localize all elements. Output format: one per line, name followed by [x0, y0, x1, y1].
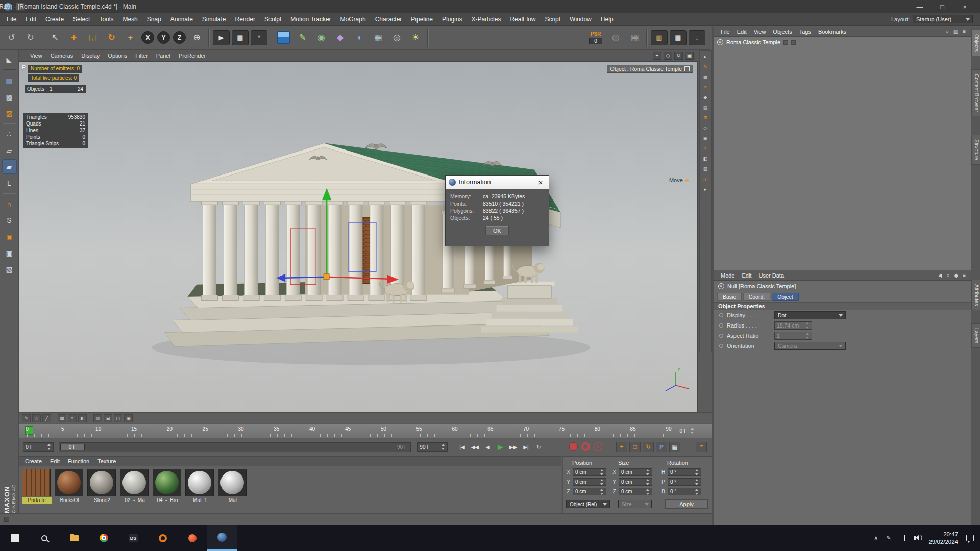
menu-simulate[interactable]: Simulate — [198, 16, 231, 23]
rotation-h-field[interactable]: 0 ° — [668, 468, 701, 476]
menu-edit[interactable]: Edit — [21, 16, 41, 23]
palette-icon[interactable]: ◧ — [701, 154, 710, 163]
tab-basic[interactable]: Basic — [717, 293, 742, 301]
stepper-icon[interactable] — [805, 322, 810, 329]
palette-icon[interactable]: ▣ — [701, 134, 710, 143]
cinema4d-taskbar-button[interactable] — [207, 525, 237, 551]
find-icon[interactable]: ○ — [946, 272, 949, 278]
menu-mograph[interactable]: MoGraph — [336, 16, 371, 23]
menu-help[interactable]: Help — [596, 16, 618, 23]
materials-menu-create[interactable]: Create — [21, 458, 46, 464]
display-mode-select[interactable]: Dot — [774, 311, 846, 319]
stepper-icon[interactable] — [646, 489, 650, 495]
am-menu-mode[interactable]: Mode — [717, 272, 739, 279]
stepper-icon[interactable] — [47, 444, 51, 450]
om-menu-objects[interactable]: Objects — [769, 29, 795, 35]
environment-button[interactable]: ◎ — [387, 27, 406, 48]
menu-animate[interactable]: Animate — [166, 16, 198, 23]
rotate-view-icon[interactable]: ↻ — [674, 52, 683, 60]
toggle-panel-icon[interactable]: ▣ — [685, 52, 694, 60]
record-keyframe-button[interactable] — [569, 442, 578, 451]
menu-realflow[interactable]: RealFlow — [505, 16, 540, 23]
paint-button[interactable]: ◉ — [2, 229, 17, 244]
goto-prev-key-button[interactable]: ◀◀ — [469, 441, 481, 453]
maximize-button[interactable]: □ — [931, 3, 953, 11]
viewport-menu-options[interactable]: Options — [104, 53, 131, 59]
side-tab-layers[interactable]: Layers — [971, 323, 980, 348]
file-explorer-button[interactable] — [59, 525, 89, 551]
live-selection-button[interactable]: ↖ — [45, 27, 64, 48]
last-tool-button[interactable]: + — [121, 27, 140, 48]
viewport-menu-view[interactable]: View — [26, 53, 46, 59]
material-item[interactable]: 04_-_Bro — [153, 469, 182, 504]
menu-file[interactable]: File — [2, 16, 21, 23]
content-browser-button[interactable]: ▥ — [651, 30, 668, 45]
rotate-tool-button[interactable]: ↻ — [102, 27, 121, 48]
mograph-button[interactable]: ◆ — [331, 27, 350, 48]
stepper-icon[interactable] — [646, 479, 650, 485]
apply-button[interactable]: Apply — [665, 499, 708, 509]
stepper-icon[interactable] — [695, 469, 699, 475]
timeline-tool-icon[interactable]: ◫ — [114, 414, 122, 422]
dialog-ok-button[interactable]: OK — [485, 226, 509, 235]
menu-sculpt[interactable]: Sculpt — [260, 16, 286, 23]
material-label[interactable]: 04_-_Bro — [153, 497, 182, 504]
coordinate-system-button[interactable]: ⊕ — [187, 27, 206, 48]
redo-button[interactable]: ↻ — [21, 27, 40, 48]
menu-select[interactable]: Select — [68, 16, 94, 23]
material-label[interactable]: Mat_1 — [185, 497, 215, 504]
array-button[interactable]: ▦ — [369, 27, 387, 48]
position-z-field[interactable]: 0 cm — [573, 488, 606, 495]
viewport-menu-cameras[interactable]: Cameras — [46, 53, 78, 59]
goto-next-key-button[interactable]: ▶▶ — [507, 441, 520, 453]
materials-menu-texture[interactable]: Texture — [93, 458, 120, 464]
texture-mode-button[interactable]: ▩ — [2, 89, 17, 104]
palette-icon[interactable]: ≡ — [701, 83, 710, 92]
om-menu-file[interactable]: File — [717, 29, 733, 35]
panel-menu-icon[interactable]: ≡ — [963, 272, 966, 278]
record-pla-button[interactable]: ▦ — [669, 442, 680, 452]
power-slider[interactable]: 0 F 90 F — [59, 442, 411, 452]
palette-icon[interactable]: ▥ — [701, 164, 710, 173]
coordinate-mode-select[interactable]: Object (Rel) — [566, 500, 610, 508]
palette-icon[interactable]: ▸ — [701, 185, 710, 194]
light-button[interactable]: ☀ — [406, 27, 425, 48]
layout-select[interactable]: Startup (User) — [913, 15, 973, 23]
radius-field[interactable]: 18.74 cm — [774, 321, 812, 330]
polygons-mode-button[interactable]: ▰ — [2, 159, 17, 174]
viewport-menu-panel[interactable]: Panel — [152, 53, 175, 59]
psr-value-field[interactable]: 0 — [589, 38, 602, 44]
goto-start-button[interactable]: |◀ — [456, 441, 469, 453]
deformer-button[interactable]: ◖ — [350, 27, 369, 48]
points-mode-button[interactable]: ∴ — [2, 127, 17, 141]
tray-pen-icon[interactable]: ✎ — [886, 535, 891, 541]
palette-icon[interactable]: ◇ — [701, 123, 710, 133]
render-settings-button[interactable]: * — [251, 30, 267, 45]
am-menu-edit[interactable]: Edit — [739, 272, 755, 279]
material-item[interactable]: Stone2 — [87, 469, 117, 504]
object-tag-icon[interactable] — [791, 40, 796, 45]
undo-button[interactable]: ↺ — [2, 27, 21, 48]
menu-motion-tracker[interactable]: Motion Tracker — [286, 16, 335, 23]
frame-slider-handle[interactable]: 0 F — [60, 444, 85, 450]
size-z-field[interactable]: 0 cm — [619, 488, 652, 495]
record-position-button[interactable]: + — [616, 442, 627, 452]
material-label[interactable]: Porta te — [22, 497, 52, 504]
app-button-2[interactable] — [178, 525, 207, 551]
rotation-p-field[interactable]: 0 ° — [668, 478, 701, 486]
network-icon[interactable] — [904, 535, 905, 541]
object-tree-item[interactable]: Roma Classic Temple — [717, 39, 968, 45]
zoom-view-icon[interactable]: ◇ — [664, 52, 672, 60]
menu-pipeline[interactable]: Pipeline — [406, 16, 437, 23]
play-button[interactable]: ▶ — [494, 441, 507, 453]
z-axis-lock-button[interactable]: Z — [173, 31, 186, 44]
workplane-mode-button[interactable]: ▨ — [2, 106, 17, 120]
stepper-icon[interactable] — [600, 479, 604, 485]
close-button[interactable]: × — [953, 3, 976, 11]
timeline-tool-icon[interactable]: ⊞ — [104, 414, 112, 422]
current-frame-field[interactable]: 0 F — [23, 442, 54, 452]
viewport-menu-prorender[interactable]: ProRender — [175, 53, 210, 59]
goto-end-button[interactable]: ▶| — [520, 441, 532, 453]
material-thumbnail[interactable] — [22, 469, 51, 496]
loop-mode-button[interactable]: ↻ — [532, 441, 545, 453]
